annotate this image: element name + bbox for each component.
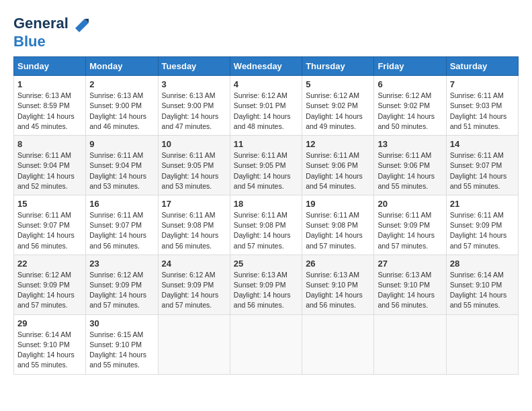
day-number: 18 bbox=[234, 199, 298, 209]
calendar-cell bbox=[302, 314, 374, 374]
calendar-cell: 17Sunrise: 6:11 AMSunset: 9:08 PMDayligh… bbox=[158, 195, 230, 255]
calendar-cell: 27Sunrise: 6:13 AMSunset: 9:10 PMDayligh… bbox=[374, 255, 446, 314]
calendar-week-row: 1Sunrise: 6:13 AMSunset: 8:59 PMDaylight… bbox=[14, 76, 519, 136]
calendar-table: SundayMondayTuesdayWednesdayThursdayFrid… bbox=[13, 56, 519, 374]
day-number: 8 bbox=[17, 139, 82, 149]
day-number: 22 bbox=[17, 259, 82, 269]
calendar-cell: 7Sunrise: 6:11 AMSunset: 9:03 PMDaylight… bbox=[446, 76, 518, 136]
weekday-header: Wednesday bbox=[230, 57, 302, 76]
calendar-cell bbox=[374, 314, 446, 374]
day-number: 24 bbox=[162, 259, 226, 269]
day-number: 7 bbox=[450, 79, 515, 89]
weekday-header: Saturday bbox=[446, 57, 518, 76]
day-info: Sunrise: 6:15 AMSunset: 9:10 PMDaylight:… bbox=[89, 330, 154, 371]
day-number: 17 bbox=[162, 199, 226, 209]
day-number: 9 bbox=[89, 139, 154, 149]
calendar-cell: 30Sunrise: 6:15 AMSunset: 9:10 PMDayligh… bbox=[86, 314, 158, 374]
calendar-week-row: 22Sunrise: 6:12 AMSunset: 9:09 PMDayligh… bbox=[14, 255, 519, 314]
day-info: Sunrise: 6:11 AMSunset: 9:05 PMDaylight:… bbox=[162, 150, 226, 191]
day-number: 12 bbox=[306, 139, 370, 149]
calendar-cell: 3Sunrise: 6:13 AMSunset: 9:00 PMDaylight… bbox=[158, 76, 230, 136]
calendar-cell: 8Sunrise: 6:11 AMSunset: 9:04 PMDaylight… bbox=[14, 136, 86, 195]
day-info: Sunrise: 6:13 AMSunset: 9:10 PMDaylight:… bbox=[378, 270, 442, 311]
day-number: 13 bbox=[378, 139, 442, 149]
day-info: Sunrise: 6:11 AMSunset: 9:09 PMDaylight:… bbox=[378, 210, 442, 251]
day-number: 20 bbox=[378, 199, 442, 209]
calendar-cell: 9Sunrise: 6:11 AMSunset: 9:04 PMDaylight… bbox=[86, 136, 158, 195]
calendar-cell: 13Sunrise: 6:11 AMSunset: 9:06 PMDayligh… bbox=[374, 136, 446, 195]
weekday-header: Thursday bbox=[302, 57, 374, 76]
logo: General Blue bbox=[13, 13, 90, 50]
day-info: Sunrise: 6:14 AMSunset: 9:10 PMDaylight:… bbox=[450, 270, 515, 311]
day-number: 19 bbox=[306, 199, 370, 209]
calendar-cell bbox=[446, 314, 518, 374]
day-number: 30 bbox=[89, 318, 154, 328]
day-info: Sunrise: 6:13 AMSunset: 9:09 PMDaylight:… bbox=[234, 270, 298, 311]
calendar-cell: 6Sunrise: 6:12 AMSunset: 9:02 PMDaylight… bbox=[374, 76, 446, 136]
calendar-cell: 14Sunrise: 6:11 AMSunset: 9:07 PMDayligh… bbox=[446, 136, 518, 195]
day-info: Sunrise: 6:13 AMSunset: 9:00 PMDaylight:… bbox=[162, 91, 226, 132]
day-info: Sunrise: 6:13 AMSunset: 9:10 PMDaylight:… bbox=[306, 270, 370, 311]
day-info: Sunrise: 6:14 AMSunset: 9:10 PMDaylight:… bbox=[17, 330, 82, 371]
day-info: Sunrise: 6:11 AMSunset: 9:08 PMDaylight:… bbox=[306, 210, 370, 251]
day-info: Sunrise: 6:12 AMSunset: 9:09 PMDaylight:… bbox=[17, 270, 82, 311]
calendar-cell: 5Sunrise: 6:12 AMSunset: 9:02 PMDaylight… bbox=[302, 76, 374, 136]
day-info: Sunrise: 6:11 AMSunset: 9:06 PMDaylight:… bbox=[306, 150, 370, 191]
weekday-header-row: SundayMondayTuesdayWednesdayThursdayFrid… bbox=[14, 57, 519, 76]
calendar-cell: 2Sunrise: 6:13 AMSunset: 9:00 PMDaylight… bbox=[86, 76, 158, 136]
calendar-cell bbox=[230, 314, 302, 374]
calendar-cell: 19Sunrise: 6:11 AMSunset: 9:08 PMDayligh… bbox=[302, 195, 374, 255]
logo-text: General bbox=[13, 15, 69, 32]
day-number: 11 bbox=[234, 139, 298, 149]
day-info: Sunrise: 6:11 AMSunset: 9:04 PMDaylight:… bbox=[17, 150, 82, 191]
calendar-cell: 1Sunrise: 6:13 AMSunset: 8:59 PMDaylight… bbox=[14, 76, 86, 136]
day-number: 15 bbox=[17, 199, 82, 209]
day-number: 14 bbox=[450, 139, 515, 149]
calendar-cell: 23Sunrise: 6:12 AMSunset: 9:09 PMDayligh… bbox=[86, 255, 158, 314]
day-number: 5 bbox=[306, 79, 370, 89]
calendar-cell: 15Sunrise: 6:11 AMSunset: 9:07 PMDayligh… bbox=[14, 195, 86, 255]
day-info: Sunrise: 6:11 AMSunset: 9:09 PMDaylight:… bbox=[450, 210, 515, 251]
weekday-header: Monday bbox=[86, 57, 158, 76]
day-info: Sunrise: 6:11 AMSunset: 9:03 PMDaylight:… bbox=[450, 91, 515, 132]
day-info: Sunrise: 6:11 AMSunset: 9:07 PMDaylight:… bbox=[17, 210, 82, 251]
day-info: Sunrise: 6:11 AMSunset: 9:05 PMDaylight:… bbox=[234, 150, 298, 191]
day-number: 29 bbox=[17, 318, 82, 328]
day-info: Sunrise: 6:11 AMSunset: 9:08 PMDaylight:… bbox=[162, 210, 226, 251]
day-info: Sunrise: 6:13 AMSunset: 8:59 PMDaylight:… bbox=[17, 91, 82, 132]
calendar-cell: 25Sunrise: 6:13 AMSunset: 9:09 PMDayligh… bbox=[230, 255, 302, 314]
weekday-header: Tuesday bbox=[158, 57, 230, 76]
day-info: Sunrise: 6:12 AMSunset: 9:09 PMDaylight:… bbox=[89, 270, 154, 311]
day-number: 4 bbox=[234, 79, 298, 89]
logo-icon bbox=[70, 13, 90, 34]
day-number: 21 bbox=[450, 199, 515, 209]
page-header: General Blue bbox=[13, 13, 519, 50]
calendar-cell: 24Sunrise: 6:12 AMSunset: 9:09 PMDayligh… bbox=[158, 255, 230, 314]
day-info: Sunrise: 6:11 AMSunset: 9:06 PMDaylight:… bbox=[378, 150, 442, 191]
day-number: 27 bbox=[378, 259, 442, 269]
day-number: 16 bbox=[89, 199, 154, 209]
calendar-cell: 10Sunrise: 6:11 AMSunset: 9:05 PMDayligh… bbox=[158, 136, 230, 195]
calendar-cell: 22Sunrise: 6:12 AMSunset: 9:09 PMDayligh… bbox=[14, 255, 86, 314]
day-info: Sunrise: 6:11 AMSunset: 9:07 PMDaylight:… bbox=[450, 150, 515, 191]
day-number: 10 bbox=[162, 139, 226, 149]
day-info: Sunrise: 6:11 AMSunset: 9:08 PMDaylight:… bbox=[234, 210, 298, 251]
day-number: 2 bbox=[89, 79, 154, 89]
calendar-cell: 18Sunrise: 6:11 AMSunset: 9:08 PMDayligh… bbox=[230, 195, 302, 255]
weekday-header: Friday bbox=[374, 57, 446, 76]
day-number: 25 bbox=[234, 259, 298, 269]
calendar-week-row: 15Sunrise: 6:11 AMSunset: 9:07 PMDayligh… bbox=[14, 195, 519, 255]
day-number: 23 bbox=[89, 259, 154, 269]
day-info: Sunrise: 6:11 AMSunset: 9:07 PMDaylight:… bbox=[89, 210, 154, 251]
day-info: Sunrise: 6:12 AMSunset: 9:09 PMDaylight:… bbox=[162, 270, 226, 311]
calendar-cell: 26Sunrise: 6:13 AMSunset: 9:10 PMDayligh… bbox=[302, 255, 374, 314]
calendar-week-row: 29Sunrise: 6:14 AMSunset: 9:10 PMDayligh… bbox=[14, 314, 519, 374]
weekday-header: Sunday bbox=[14, 57, 86, 76]
calendar-cell: 21Sunrise: 6:11 AMSunset: 9:09 PMDayligh… bbox=[446, 195, 518, 255]
calendar-week-row: 8Sunrise: 6:11 AMSunset: 9:04 PMDaylight… bbox=[14, 136, 519, 195]
calendar-cell: 12Sunrise: 6:11 AMSunset: 9:06 PMDayligh… bbox=[302, 136, 374, 195]
day-number: 1 bbox=[17, 79, 82, 89]
day-info: Sunrise: 6:11 AMSunset: 9:04 PMDaylight:… bbox=[89, 150, 154, 191]
calendar-cell: 16Sunrise: 6:11 AMSunset: 9:07 PMDayligh… bbox=[86, 195, 158, 255]
logo-blue-text: Blue bbox=[13, 33, 46, 50]
